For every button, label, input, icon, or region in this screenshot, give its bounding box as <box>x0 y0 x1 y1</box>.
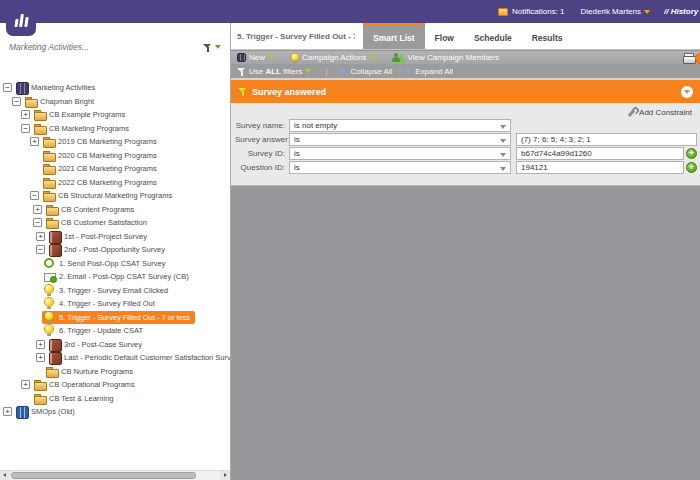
tree-item[interactable]: +3rd - Post-Case Survey <box>0 338 230 352</box>
collapse-all-button[interactable]: Collapse All <box>339 67 392 76</box>
tree-item-content[interactable]: Marketing Activities <box>14 81 100 94</box>
help-icon[interactable] <box>695 53 700 64</box>
tree-item[interactable]: 5. Trigger - Survey Filled Out - 7 or le… <box>0 311 230 325</box>
filter-card-header[interactable]: Survey answered <box>231 80 700 103</box>
tree-item[interactable]: +CB Operational Programs <box>0 378 230 392</box>
filter-value-input[interactable] <box>516 147 684 160</box>
campaign-actions-button[interactable]: Campaign Actions <box>290 53 375 63</box>
tree-item-content[interactable]: 2020 CB Marketing Programs <box>41 149 162 162</box>
collapse-node-icon[interactable]: − <box>12 97 21 106</box>
tab-smart-list[interactable]: Smart List <box>363 23 425 49</box>
collapse-node-icon[interactable]: − <box>3 83 12 92</box>
add-constraint-button[interactable]: Add Constraint <box>626 107 692 117</box>
tab-schedule[interactable]: Schedule <box>464 23 522 49</box>
tree-item[interactable]: 6. Trigger - Update CSAT <box>0 324 230 338</box>
marketo-logo-icon[interactable] <box>6 0 36 36</box>
tree-item-content[interactable]: CB Example Programs <box>32 108 130 121</box>
tree-item-content[interactable]: Chapman Bright <box>23 95 99 108</box>
collapse-node-icon[interactable]: − <box>33 218 42 227</box>
expand-node-icon[interactable]: + <box>30 137 39 146</box>
expand-node-icon[interactable]: + <box>36 232 45 241</box>
operator-dropdown[interactable]: is not empty <box>289 119 511 132</box>
filter-value-input[interactable] <box>516 161 684 174</box>
tree-item[interactable]: CB Test & Learning <box>0 392 230 406</box>
tree-item[interactable]: −CB Customer Satisfaction <box>0 216 230 230</box>
collapse-node-icon[interactable]: − <box>36 245 45 254</box>
tree-item[interactable]: −Chapman Bright <box>0 95 230 109</box>
tree-item-content[interactable]: 3. Trigger - Survey Email Clicked <box>42 284 173 297</box>
scrollbar-thumb[interactable] <box>11 472 196 479</box>
tree-filter-icon[interactable] <box>203 43 212 52</box>
tree-item[interactable]: −CB Structural Marketing Programs <box>0 189 230 203</box>
operator-dropdown[interactable]: is <box>289 147 511 160</box>
operator-dropdown[interactable]: is <box>289 133 511 146</box>
tree-item-content[interactable]: CB Structural Marketing Programs <box>41 189 177 202</box>
tree-item-content[interactable]: 4. Trigger - Survey Filled Out <box>42 297 160 310</box>
tree-item-content[interactable]: 3rd - Post-Case Survey <box>47 338 147 351</box>
expand-node-icon[interactable]: + <box>21 110 30 119</box>
tree-item[interactable]: 2021 CB Marketing Programs <box>0 162 230 176</box>
tree-item-content[interactable]: CB Content Programs <box>44 203 139 216</box>
tab-flow[interactable]: Flow <box>425 23 464 49</box>
expand-node-icon[interactable]: + <box>21 380 30 389</box>
search-input[interactable] <box>9 42 203 52</box>
expand-node-icon[interactable]: + <box>3 407 12 416</box>
tree-item-content[interactable]: CB Customer Satisfaction <box>44 216 152 229</box>
expand-node-icon[interactable]: + <box>36 340 45 349</box>
history-link[interactable]: // History <box>664 7 700 16</box>
operator-dropdown[interactable]: is <box>289 161 511 174</box>
expand-node-icon[interactable]: + <box>33 205 42 214</box>
tree-item[interactable]: +2019 CB Marketing Programs <box>0 135 230 149</box>
tree-item[interactable]: 2020 CB Marketing Programs <box>0 149 230 163</box>
tree-item[interactable]: −Marketing Activities <box>0 81 230 95</box>
tree-item-content[interactable]: CB Operational Programs <box>32 378 140 391</box>
tree-item-selected[interactable]: 5. Trigger - Survey Filled Out - 7 or le… <box>42 311 195 324</box>
tree-item-content[interactable]: SMOps (Old) <box>14 405 80 418</box>
use-all-filters-dropdown[interactable]: Use ALL filters <box>237 67 311 76</box>
expand-node-icon[interactable]: + <box>36 353 45 362</box>
chevron-down-icon[interactable] <box>215 45 221 49</box>
expand-all-button[interactable]: Expand All <box>404 67 453 76</box>
tree-item-content[interactable]: 2022 CB Marketing Programs <box>41 176 162 189</box>
tree-item[interactable]: 3. Trigger - Survey Email Clicked <box>0 284 230 298</box>
tree-item-content[interactable]: 2. Email - Post-Opp CSAT Survey (CB) <box>42 270 194 283</box>
tree-item-content[interactable]: 1. Send Post-Opp CSAT Survey <box>42 257 170 270</box>
tree-item-content[interactable]: 2019 CB Marketing Programs <box>41 135 162 148</box>
tree-item[interactable]: 1. Send Post-Opp CSAT Survey <box>0 257 230 271</box>
tree-item[interactable]: 2022 CB Marketing Programs <box>0 176 230 190</box>
tree-item-content[interactable]: 2021 CB Marketing Programs <box>41 162 162 175</box>
tree-item[interactable]: CB Nurture Programs <box>0 365 230 379</box>
horizontal-scrollbar[interactable] <box>0 470 230 480</box>
new-button[interactable]: New <box>237 53 274 62</box>
view-campaign-members-button[interactable]: View Campaign Members <box>392 53 499 63</box>
notifications-button[interactable]: Notifications: 1 <box>498 7 564 16</box>
scrollbar-track[interactable] <box>10 471 220 480</box>
tree-item[interactable]: −2nd - Post-Opportunity Survey <box>0 243 230 257</box>
tree-item-content[interactable]: Last - Periodic Default Customer Satisfa… <box>47 351 230 364</box>
tree-item[interactable]: +CB Content Programs <box>0 203 230 217</box>
collapse-node-icon[interactable]: − <box>30 191 39 200</box>
tree-item[interactable]: +CB Example Programs <box>0 108 230 122</box>
scroll-left-arrow[interactable] <box>0 471 10 480</box>
collapse-node-icon[interactable]: − <box>21 124 30 133</box>
tree-item-content[interactable]: 1st - Post-Project Survey <box>47 230 152 243</box>
filter-value-input[interactable] <box>516 133 697 146</box>
tab-results[interactable]: Results <box>522 23 573 49</box>
tree-item-content[interactable]: CB Marketing Programs <box>32 122 134 135</box>
tree-item[interactable]: +SMOps (Old) <box>0 405 230 419</box>
add-value-icon[interactable]: + <box>686 162 697 173</box>
tree-item-content[interactable]: CB Nurture Programs <box>44 365 138 378</box>
add-value-icon[interactable]: + <box>686 148 697 159</box>
tree-item[interactable]: 4. Trigger - Survey Filled Out <box>0 297 230 311</box>
tree-item[interactable]: +Last - Periodic Default Customer Satisf… <box>0 351 230 365</box>
tree-item[interactable]: +1st - Post-Project Survey <box>0 230 230 244</box>
tree-item-content[interactable]: 6. Trigger - Update CSAT <box>42 324 148 337</box>
tree-item-content[interactable]: 2nd - Post-Opportunity Survey <box>47 243 170 256</box>
tree-item[interactable]: 2. Email - Post-Opp CSAT Survey (CB) <box>0 270 230 284</box>
scroll-right-arrow[interactable] <box>220 471 230 480</box>
tree-item[interactable]: −CB Marketing Programs <box>0 122 230 136</box>
tree-item-content[interactable]: CB Test & Learning <box>32 392 118 405</box>
collapse-card-icon[interactable] <box>681 86 693 98</box>
user-menu[interactable]: Diederik Martens <box>581 7 650 16</box>
printer-icon[interactable] <box>683 53 694 63</box>
